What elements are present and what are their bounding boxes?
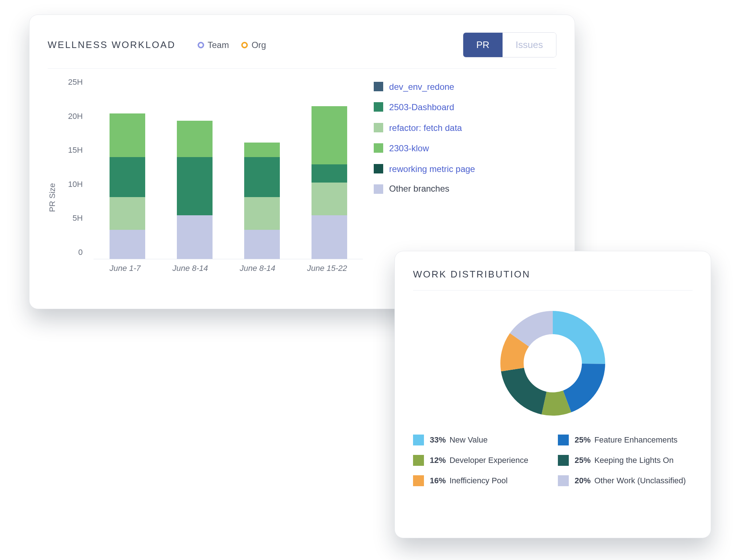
legend-item: Other branches [374, 184, 556, 194]
bar-segment [244, 230, 280, 259]
bar[interactable] [177, 121, 213, 259]
swatch-icon [413, 455, 424, 466]
legend-label: dev_env_redone [389, 81, 454, 93]
distribution-legend: 33% New Value25% Feature Enhancements12%… [413, 435, 693, 486]
bar-segment [110, 230, 145, 259]
scope-team-label: Team [208, 40, 229, 50]
dist-legend-item[interactable]: 20% Other Work (Unclassified) [558, 475, 693, 486]
bar-segment [312, 106, 347, 164]
dist-legend-label: 12% Developer Experience [430, 456, 528, 465]
y-axis-ticks: 25H20H15H10H5H0 [68, 77, 83, 259]
swatch-icon [374, 164, 383, 173]
legend-label: refactor: fetch data [389, 122, 462, 134]
swatch-icon [413, 435, 424, 445]
bar-segment [312, 183, 347, 215]
circle-icon [241, 42, 248, 48]
donut-chart [413, 305, 693, 421]
dist-legend-item[interactable]: 16% Inefficiency Pool [413, 475, 548, 486]
x-tick: June 8-14 [172, 264, 208, 281]
swatch-icon [374, 143, 383, 153]
y-axis-label: PR Size [48, 77, 57, 296]
bar-plot: June 1-7June 8-14June 8-14June 15-22 [94, 77, 363, 281]
distribution-title: WORK DISTRIBUTION [413, 269, 693, 291]
swatch-icon [374, 184, 383, 194]
legend-item[interactable]: refactor: fetch data [374, 122, 556, 134]
swatch-icon [558, 435, 569, 445]
legend-item[interactable]: reworking metric page [374, 163, 556, 175]
dist-legend-label: 25% Keeping the Lights On [575, 456, 674, 465]
swatch-icon [558, 475, 569, 486]
legend-item[interactable]: dev_env_redone [374, 81, 556, 93]
bar-segment [244, 143, 280, 157]
x-tick: June 1-7 [110, 264, 141, 281]
dist-legend-label: 20% Other Work (Unclassified) [575, 476, 686, 485]
legend-label: Other branches [389, 184, 449, 194]
donut-slice[interactable] [563, 364, 605, 412]
legend-label: 2503-Dashboard [389, 101, 454, 113]
swatch-icon [558, 455, 569, 466]
swatch-icon [374, 123, 383, 132]
dist-legend-item[interactable]: 25% Feature Enhancements [558, 435, 693, 445]
bar-segment [110, 157, 145, 197]
legend-item[interactable]: 2303-klow [374, 143, 556, 154]
tab-pr[interactable]: PR [463, 33, 503, 57]
work-distribution-card: WORK DISTRIBUTION 33% New Value25% Featu… [394, 251, 711, 538]
y-tick: 25H [68, 77, 83, 87]
donut-slice[interactable] [553, 311, 605, 364]
legend-label: reworking metric page [389, 163, 475, 175]
y-tick: 5H [68, 213, 83, 223]
bar-segment [177, 157, 213, 215]
dist-legend-item[interactable]: 25% Keeping the Lights On [558, 455, 693, 466]
bar[interactable] [312, 106, 347, 259]
scope-team[interactable]: Team [198, 40, 229, 50]
circle-icon [198, 42, 204, 48]
scope-org[interactable]: Org [241, 40, 266, 50]
legend-item[interactable]: 2503-Dashboard [374, 101, 556, 113]
bar-segment [177, 215, 213, 259]
donut-slice[interactable] [501, 368, 547, 414]
dist-legend-item[interactable]: 33% New Value [413, 435, 548, 445]
bar-segment [244, 157, 280, 197]
x-tick: June 15-22 [307, 264, 347, 281]
dist-legend-label: 16% Inefficiency Pool [430, 476, 508, 485]
legend-label: 2303-klow [389, 143, 429, 154]
bar[interactable] [110, 113, 145, 259]
bar-segment [312, 215, 347, 259]
swatch-icon [374, 82, 383, 91]
dist-legend-item[interactable]: 12% Developer Experience [413, 455, 548, 466]
dist-legend-label: 25% Feature Enhancements [575, 435, 678, 445]
y-tick: 10H [68, 180, 83, 189]
y-tick: 0 [68, 248, 83, 257]
bar-segment [110, 197, 145, 230]
y-tick: 15H [68, 145, 83, 155]
bar-segment [244, 197, 280, 230]
wellness-header: WELLNESS WORKLOAD Team Org PR Issues [48, 32, 556, 69]
bar-segment [312, 164, 347, 183]
scope-legend: Team Org [198, 40, 266, 50]
swatch-icon [374, 102, 383, 112]
tab-issues[interactable]: Issues [503, 33, 556, 57]
bar[interactable] [244, 143, 280, 259]
pr-issues-toggle: PR Issues [463, 32, 556, 57]
dist-legend-label: 33% New Value [430, 435, 488, 445]
x-tick: June 8-14 [240, 264, 275, 281]
bar-segment [177, 121, 213, 157]
wellness-title: WELLNESS WORKLOAD [48, 39, 176, 51]
y-tick: 20H [68, 112, 83, 121]
swatch-icon [413, 475, 424, 486]
scope-org-label: Org [251, 40, 266, 50]
bar-segment [110, 113, 145, 157]
